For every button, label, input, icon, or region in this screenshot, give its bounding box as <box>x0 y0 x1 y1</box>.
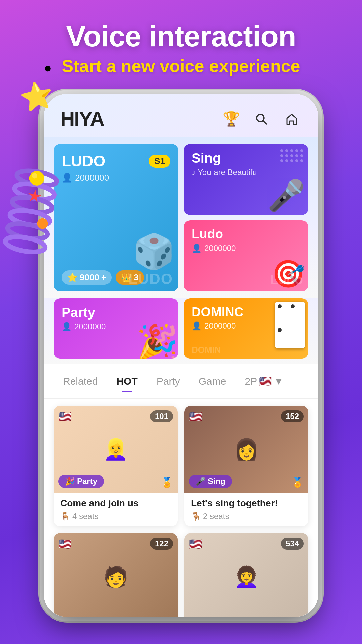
room-card-1[interactable]: 👱‍♀️ 🇺🇸 101 🎉 Party 🏅 Come and join us 🪑… <box>54 406 178 526</box>
ludo-pink-players: 👤 2000000 <box>192 244 300 253</box>
ludo-title: LUDO <box>62 152 105 170</box>
home-icon[interactable] <box>282 109 302 129</box>
rooms-section: 👱‍♀️ 🇺🇸 101 🎉 Party 🏅 Come and join us 🪑… <box>44 399 318 617</box>
svg-point-18 <box>285 154 288 157</box>
room-type-badge-1: 🎉 Party <box>58 475 104 488</box>
svg-point-12 <box>280 149 283 152</box>
header-subtitle: Start a new voice experience <box>0 56 362 76</box>
dot-pattern <box>278 147 305 169</box>
room-count-1: 101 <box>150 410 173 422</box>
svg-point-14 <box>290 149 293 152</box>
svg-point-24 <box>290 159 293 162</box>
phone-mockup: HIYA 🏆 <box>44 94 318 617</box>
room-card-4[interactable]: 👩‍🦱 🇺🇸 534 <box>184 533 308 617</box>
party-decor: 🎉 <box>136 322 178 359</box>
room-flag-3: 🇺🇸 <box>58 538 72 550</box>
ludo-pink-watermark: Ludo <box>270 272 303 287</box>
svg-point-21 <box>300 154 303 157</box>
svg-point-17 <box>280 154 283 157</box>
room-count-2: 152 <box>281 410 304 422</box>
sing-subtitle: ♪ You are Beautifu <box>192 168 300 177</box>
room-thumbnail-2: 👩 🇺🇸 152 🎤 Sing 🏅 <box>184 406 308 493</box>
seats-icon-2: 🪑 <box>191 512 201 521</box>
music-icon: ♪ <box>192 168 196 177</box>
room-seats-2: 🪑 2 seats <box>191 512 302 521</box>
ludo-header: LUDO S1 <box>62 152 170 170</box>
room-type-badge-2: 🎤 Sing <box>189 475 232 488</box>
svg-text:★: ★ <box>25 185 44 207</box>
room-thumbnail-3: 🧑 🇺🇸 122 <box>54 533 178 617</box>
ludo-watermark: LUDO <box>128 271 173 287</box>
games-section: LUDO S1 👤 2000000 🎲 ⭐ 9000 + <box>44 137 318 298</box>
domino-watermark: DOMIN <box>192 345 221 355</box>
ludo-decor: 🎲 <box>133 232 175 271</box>
svg-line-11 <box>263 121 266 124</box>
mic-decor: 🎤 <box>267 178 305 213</box>
room-count-4: 534 <box>281 538 304 550</box>
svg-point-13 <box>285 149 288 152</box>
star-icon: ⭐ <box>67 272 78 283</box>
seats-icon-1: 🪑 <box>60 512 70 521</box>
svg-point-19 <box>290 154 293 157</box>
quality-icon-2: 🏅 <box>291 476 304 488</box>
svg-point-26 <box>300 159 303 162</box>
room-seats-1: 🪑 4 seats <box>60 512 171 521</box>
person-icon: 👤 <box>62 173 72 183</box>
svg-point-5 <box>4 234 46 255</box>
games-row-2: Party 👤 2000000 🎉 DOMINC 👤 2000000 <box>44 298 318 364</box>
app-header-icons: 🏆 <box>221 109 302 129</box>
svg-point-6 <box>28 170 45 187</box>
svg-point-15 <box>295 149 298 152</box>
person-icon-4: 👤 <box>192 321 202 331</box>
room-info-2: Let's sing together! 🪑 2 seats <box>184 493 308 526</box>
phone-inner: HIYA 🏆 <box>44 94 318 617</box>
party-card[interactable]: Party 👤 2000000 🎉 <box>54 298 178 359</box>
sing-type-emoji: 🎤 <box>196 477 206 486</box>
tab-2p-label: 2P <box>245 376 257 387</box>
domino-tile <box>275 302 305 348</box>
app-header: HIYA 🏆 <box>44 94 318 137</box>
person-icon-2: 👤 <box>192 244 202 253</box>
trophy-icon[interactable]: 🏆 <box>221 109 241 129</box>
svg-point-4 <box>6 221 48 241</box>
svg-point-16 <box>300 149 303 152</box>
room-info-1: Come and join us 🪑 4 seats <box>54 493 178 526</box>
tab-related[interactable]: Related <box>54 371 107 392</box>
chevron-down-icon: ▼ <box>274 376 284 387</box>
person-icon-3: 👤 <box>62 322 72 331</box>
ludo-main-card[interactable]: LUDO S1 👤 2000000 🎲 ⭐ 9000 + <box>54 144 178 291</box>
svg-point-23 <box>285 159 288 162</box>
party-title: Party <box>62 305 170 320</box>
svg-point-7 <box>32 173 38 179</box>
party-type-emoji: 🎉 <box>65 477 75 486</box>
domino-card[interactable]: DOMINC 👤 2000000 <box>184 298 308 359</box>
svg-point-25 <box>295 159 298 162</box>
ludo-pink-title: Ludo <box>192 227 300 241</box>
room-count-3: 122 <box>150 538 173 550</box>
star-badge: ⭐ 9000 + <box>62 270 112 285</box>
room-thumbnail-4: 👩‍🦱 🇺🇸 534 <box>184 533 308 617</box>
tab-hot[interactable]: HOT <box>107 371 147 392</box>
svg-point-20 <box>295 154 298 157</box>
quality-icon-1: 🏅 <box>161 476 173 488</box>
room-flag-2: 🇺🇸 <box>189 410 202 423</box>
tab-2p[interactable]: 2P 🇺🇸 ▼ <box>235 371 293 392</box>
room-title-1: Come and join us <box>60 498 171 509</box>
app-logo: HIYA <box>60 107 104 130</box>
room-card-2[interactable]: 👩 🇺🇸 152 🎤 Sing 🏅 Let's sing together! 🪑… <box>184 406 308 526</box>
tabs-section: Related HOT Party Game 2P 🇺🇸 ▼ <box>44 364 318 399</box>
flag-icon: 🇺🇸 <box>259 375 272 387</box>
room-thumbnail-1: 👱‍♀️ 🇺🇸 101 🎉 Party 🏅 <box>54 406 178 493</box>
ludo-pink-card[interactable]: Ludo 👤 2000000 🎯 Ludo <box>184 220 308 291</box>
room-card-3[interactable]: 🧑 🇺🇸 122 <box>54 533 178 617</box>
room-flag-4: 🇺🇸 <box>189 538 202 550</box>
tab-party[interactable]: Party <box>147 371 189 392</box>
search-icon[interactable] <box>251 109 272 129</box>
svg-point-22 <box>280 159 283 162</box>
room-title-2: Let's sing together! <box>191 498 302 509</box>
ludo-badge: S1 <box>149 155 170 168</box>
header-title: Voice interaction <box>0 20 362 53</box>
games-left-column: LUDO S1 👤 2000000 🎲 ⭐ 9000 + <box>54 144 178 291</box>
tab-game[interactable]: Game <box>189 371 236 392</box>
sing-card[interactable]: Sing ♪ You are Beautifu 🎤 <box>184 144 308 215</box>
